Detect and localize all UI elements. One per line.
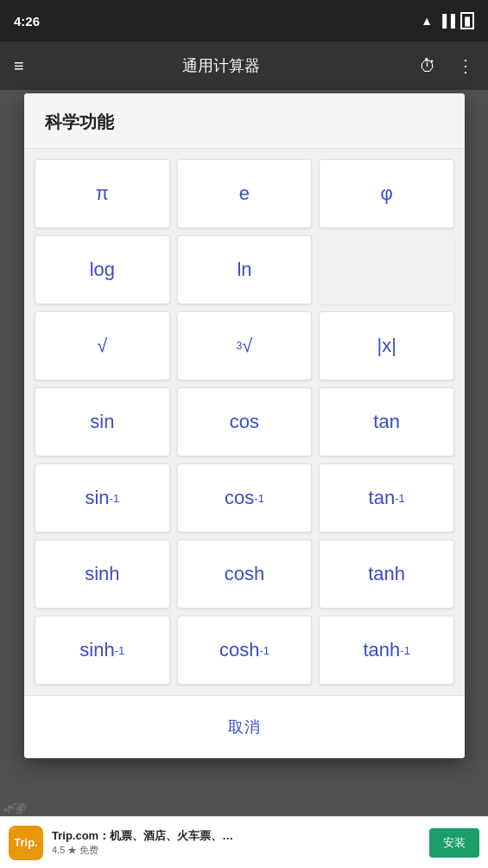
tan-button[interactable]: tan [319, 387, 454, 456]
tanh-inv-button[interactable]: tanh-1 [319, 616, 454, 685]
battery-icon: ▮ [460, 12, 474, 29]
tanh-button[interactable]: tanh [319, 539, 454, 609]
menu-button[interactable]: ≡ [10, 53, 28, 80]
ad-text: Trip.com：机票、酒店、火车票、… 4.5 ★ 免费 [52, 828, 421, 857]
cosh-inv-button[interactable]: cosh-1 [177, 616, 313, 685]
app-bar-actions: ⏱ ⋮ [415, 52, 478, 80]
ad-title: Trip.com：机票、酒店、火车票、… [52, 828, 421, 844]
sin-button[interactable]: sin [35, 387, 170, 456]
history-button[interactable]: ⏱ [415, 53, 440, 80]
empty-button [319, 235, 454, 304]
cos-inv-button[interactable]: cos-1 [177, 463, 313, 533]
cosh-button[interactable]: cosh [177, 539, 313, 609]
phi-button[interactable]: φ [319, 159, 454, 228]
status-time: 4:26 [14, 14, 40, 29]
ln-button[interactable]: ln [177, 235, 313, 304]
app-title: 通用计算器 [41, 55, 402, 76]
e-button[interactable]: e [177, 159, 313, 228]
log-button[interactable]: log [35, 235, 170, 304]
button-grid: π e φ log ln √ 3√ |x| sin cos tan sin-1 … [24, 149, 465, 695]
sin-inv-button[interactable]: sin-1 [35, 463, 170, 533]
cos-button[interactable]: cos [177, 387, 313, 456]
ad-subtitle: 4.5 ★ 免费 [52, 844, 421, 857]
tan-inv-button[interactable]: tan-1 [319, 463, 454, 533]
ad-x-label: ×广告 [3, 805, 23, 816]
scientific-functions-dialog: 科学功能 π e φ log ln √ 3√ |x| sin cos tan s… [24, 93, 465, 758]
signal-icon: ▐▐ [438, 14, 455, 28]
sinh-inv-button[interactable]: sinh-1 [35, 616, 170, 685]
dialog-title: 科学功能 [24, 93, 465, 149]
dialog-footer: 取消 [24, 695, 465, 758]
cancel-button[interactable]: 取消 [200, 710, 288, 744]
status-bar: 4:26 ▲ ▐▐ ▮ [0, 0, 488, 41]
wifi-icon: ▲ [421, 14, 433, 28]
status-icons: ▲ ▐▐ ▮ [421, 12, 474, 29]
more-button[interactable]: ⋮ [453, 52, 478, 80]
cbrt-button[interactable]: 3√ [177, 311, 313, 380]
ad-icon: Trip. [9, 826, 43, 860]
ad-bar: Trip. Trip.com：机票、酒店、火车票、… 4.5 ★ 免费 安装 ×… [0, 816, 488, 868]
app-bar: ≡ 通用计算器 ⏱ ⋮ [0, 41, 488, 90]
pi-button[interactable]: π [35, 159, 170, 228]
ad-install-button[interactable]: 安装 [429, 828, 479, 858]
sqrt-button[interactable]: √ [35, 311, 170, 380]
sinh-button[interactable]: sinh [35, 539, 170, 609]
abs-button[interactable]: |x| [319, 311, 454, 380]
